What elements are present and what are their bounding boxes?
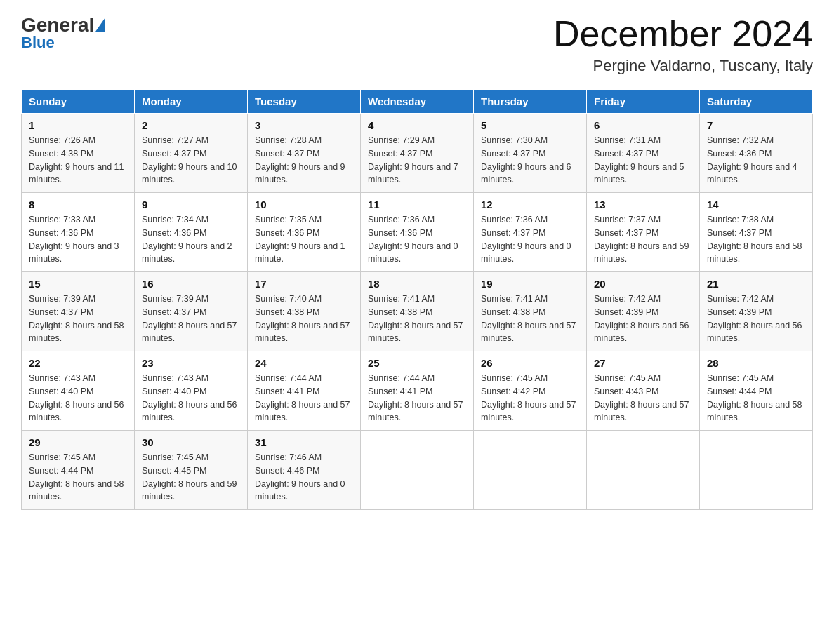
daylight-label: Daylight: 9 hours and 3 minutes. bbox=[29, 241, 119, 264]
sunset-label: Sunset: 4:40 PM bbox=[29, 387, 93, 396]
sunset-label: Sunset: 4:43 PM bbox=[594, 387, 658, 396]
cell-content: Sunrise: 7:32 AM Sunset: 4:36 PM Dayligh… bbox=[707, 134, 805, 187]
cell-content: Sunrise: 7:42 AM Sunset: 4:39 PM Dayligh… bbox=[707, 293, 805, 345]
calendar-cell bbox=[361, 431, 474, 510]
daylight-label: Daylight: 9 hours and 1 minute. bbox=[255, 241, 345, 264]
day-number: 7 bbox=[707, 119, 805, 131]
sunrise-label: Sunrise: 7:45 AM bbox=[481, 373, 548, 383]
sunrise-label: Sunrise: 7:26 AM bbox=[29, 135, 95, 145]
sunset-label: Sunset: 4:42 PM bbox=[481, 387, 545, 396]
cell-content: Sunrise: 7:31 AM Sunset: 4:37 PM Dayligh… bbox=[594, 134, 692, 187]
cell-content: Sunrise: 7:45 AM Sunset: 4:43 PM Dayligh… bbox=[594, 372, 692, 424]
sunset-label: Sunset: 4:38 PM bbox=[255, 307, 319, 317]
sunrise-label: Sunrise: 7:27 AM bbox=[142, 135, 208, 145]
logo-blue-part bbox=[94, 18, 105, 33]
day-number: 6 bbox=[594, 119, 692, 131]
calendar-cell: 23 Sunrise: 7:43 AM Sunset: 4:40 PM Dayl… bbox=[135, 351, 248, 431]
sunrise-label: Sunrise: 7:35 AM bbox=[255, 215, 322, 224]
calendar-week-row: 8 Sunrise: 7:33 AM Sunset: 4:36 PM Dayli… bbox=[22, 193, 813, 272]
sunrise-label: Sunrise: 7:29 AM bbox=[368, 135, 435, 145]
calendar-cell: 30 Sunrise: 7:45 AM Sunset: 4:45 PM Dayl… bbox=[135, 431, 248, 510]
daylight-label: Daylight: 8 hours and 57 minutes. bbox=[142, 321, 237, 344]
daylight-label: Daylight: 9 hours and 0 minutes. bbox=[255, 479, 345, 502]
day-number: 12 bbox=[481, 199, 579, 210]
sunrise-label: Sunrise: 7:43 AM bbox=[29, 373, 95, 383]
cell-content: Sunrise: 7:44 AM Sunset: 4:41 PM Dayligh… bbox=[255, 372, 353, 424]
calendar-header-wednesday: Wednesday bbox=[361, 90, 474, 114]
daylight-label: Daylight: 9 hours and 5 minutes. bbox=[594, 162, 684, 185]
daylight-label: Daylight: 8 hours and 57 minutes. bbox=[368, 321, 463, 344]
daylight-label: Daylight: 8 hours and 57 minutes. bbox=[368, 400, 463, 423]
sunrise-label: Sunrise: 7:36 AM bbox=[481, 215, 548, 224]
daylight-label: Daylight: 8 hours and 56 minutes. bbox=[29, 400, 124, 423]
daylight-label: Daylight: 9 hours and 6 minutes. bbox=[481, 162, 571, 185]
sunrise-label: Sunrise: 7:42 AM bbox=[707, 294, 774, 304]
cell-content: Sunrise: 7:41 AM Sunset: 4:38 PM Dayligh… bbox=[481, 293, 579, 345]
day-number: 29 bbox=[29, 436, 127, 448]
calendar-header-tuesday: Tuesday bbox=[248, 90, 361, 114]
calendar-header-row: SundayMondayTuesdayWednesdayThursdayFrid… bbox=[22, 90, 813, 114]
calendar-cell: 4 Sunrise: 7:29 AM Sunset: 4:37 PM Dayli… bbox=[361, 114, 474, 193]
sunset-label: Sunset: 4:36 PM bbox=[368, 228, 432, 238]
sunset-label: Sunset: 4:37 PM bbox=[142, 307, 206, 317]
calendar-cell: 24 Sunrise: 7:44 AM Sunset: 4:41 PM Dayl… bbox=[248, 351, 361, 431]
day-number: 3 bbox=[255, 119, 353, 131]
calendar-cell: 16 Sunrise: 7:39 AM Sunset: 4:37 PM Dayl… bbox=[135, 272, 248, 351]
cell-content: Sunrise: 7:40 AM Sunset: 4:38 PM Dayligh… bbox=[255, 293, 353, 345]
sunset-label: Sunset: 4:37 PM bbox=[594, 228, 658, 238]
cell-content: Sunrise: 7:43 AM Sunset: 4:40 PM Dayligh… bbox=[29, 372, 127, 424]
sunset-label: Sunset: 4:37 PM bbox=[29, 307, 93, 317]
cell-content: Sunrise: 7:44 AM Sunset: 4:41 PM Dayligh… bbox=[368, 372, 466, 424]
calendar-cell: 25 Sunrise: 7:44 AM Sunset: 4:41 PM Dayl… bbox=[361, 351, 474, 431]
daylight-label: Daylight: 9 hours and 0 minutes. bbox=[368, 241, 458, 264]
cell-content: Sunrise: 7:46 AM Sunset: 4:46 PM Dayligh… bbox=[255, 451, 353, 504]
day-number: 27 bbox=[594, 357, 692, 369]
calendar-cell: 17 Sunrise: 7:40 AM Sunset: 4:38 PM Dayl… bbox=[248, 272, 361, 351]
calendar-cell: 18 Sunrise: 7:41 AM Sunset: 4:38 PM Dayl… bbox=[361, 272, 474, 351]
calendar-header-monday: Monday bbox=[135, 90, 248, 114]
calendar-cell: 5 Sunrise: 7:30 AM Sunset: 4:37 PM Dayli… bbox=[474, 114, 587, 193]
calendar-cell: 2 Sunrise: 7:27 AM Sunset: 4:37 PM Dayli… bbox=[135, 114, 248, 193]
cell-content: Sunrise: 7:26 AM Sunset: 4:38 PM Dayligh… bbox=[29, 134, 127, 187]
cell-content: Sunrise: 7:35 AM Sunset: 4:36 PM Dayligh… bbox=[255, 213, 353, 266]
sunrise-label: Sunrise: 7:40 AM bbox=[255, 294, 322, 304]
sunset-label: Sunset: 4:37 PM bbox=[481, 149, 545, 159]
sunrise-label: Sunrise: 7:38 AM bbox=[707, 215, 774, 224]
sunrise-label: Sunrise: 7:36 AM bbox=[368, 215, 435, 224]
calendar-cell: 22 Sunrise: 7:43 AM Sunset: 4:40 PM Dayl… bbox=[22, 351, 135, 431]
month-title: December 2024 bbox=[553, 14, 813, 54]
sunset-label: Sunset: 4:37 PM bbox=[707, 228, 772, 238]
sunrise-label: Sunrise: 7:39 AM bbox=[29, 294, 95, 304]
calendar-cell: 21 Sunrise: 7:42 AM Sunset: 4:39 PM Dayl… bbox=[700, 272, 813, 351]
sunset-label: Sunset: 4:37 PM bbox=[481, 228, 545, 238]
cell-content: Sunrise: 7:36 AM Sunset: 4:36 PM Dayligh… bbox=[368, 213, 466, 266]
daylight-label: Daylight: 8 hours and 58 minutes. bbox=[29, 479, 124, 502]
cell-content: Sunrise: 7:37 AM Sunset: 4:37 PM Dayligh… bbox=[594, 213, 692, 266]
calendar-header-thursday: Thursday bbox=[474, 90, 587, 114]
logo-triangle-icon bbox=[95, 18, 105, 32]
cell-content: Sunrise: 7:42 AM Sunset: 4:39 PM Dayligh… bbox=[594, 293, 692, 345]
sunrise-label: Sunrise: 7:41 AM bbox=[368, 294, 435, 304]
sunset-label: Sunset: 4:41 PM bbox=[255, 387, 319, 396]
cell-content: Sunrise: 7:43 AM Sunset: 4:40 PM Dayligh… bbox=[142, 372, 240, 424]
sunset-label: Sunset: 4:44 PM bbox=[29, 466, 93, 476]
cell-content: Sunrise: 7:30 AM Sunset: 4:37 PM Dayligh… bbox=[481, 134, 579, 187]
calendar-header-friday: Friday bbox=[587, 90, 700, 114]
day-number: 5 bbox=[481, 119, 579, 131]
logo: General Blue bbox=[21, 14, 105, 52]
cell-content: Sunrise: 7:34 AM Sunset: 4:36 PM Dayligh… bbox=[142, 213, 240, 266]
sunset-label: Sunset: 4:45 PM bbox=[142, 466, 206, 476]
sunset-label: Sunset: 4:44 PM bbox=[707, 387, 772, 396]
day-number: 8 bbox=[29, 199, 127, 210]
calendar-cell: 9 Sunrise: 7:34 AM Sunset: 4:36 PM Dayli… bbox=[135, 193, 248, 272]
sunrise-label: Sunrise: 7:37 AM bbox=[594, 215, 661, 224]
day-number: 22 bbox=[29, 357, 127, 369]
daylight-label: Daylight: 8 hours and 58 minutes. bbox=[707, 400, 802, 423]
cell-content: Sunrise: 7:33 AM Sunset: 4:36 PM Dayligh… bbox=[29, 213, 127, 266]
sunrise-label: Sunrise: 7:41 AM bbox=[481, 294, 548, 304]
sunset-label: Sunset: 4:36 PM bbox=[29, 228, 93, 238]
sunrise-label: Sunrise: 7:45 AM bbox=[594, 373, 661, 383]
calendar-cell: 12 Sunrise: 7:36 AM Sunset: 4:37 PM Dayl… bbox=[474, 193, 587, 272]
calendar-cell: 11 Sunrise: 7:36 AM Sunset: 4:36 PM Dayl… bbox=[361, 193, 474, 272]
sunset-label: Sunset: 4:38 PM bbox=[368, 307, 432, 317]
